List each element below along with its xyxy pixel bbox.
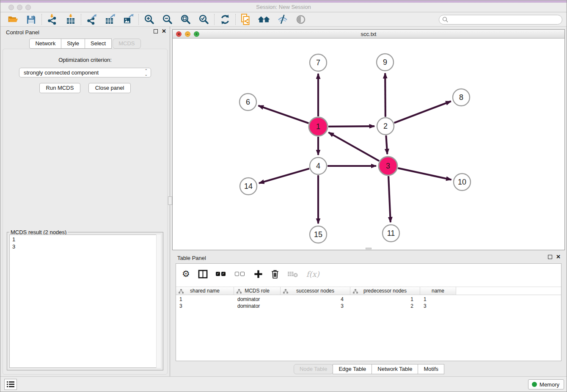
export-table-button[interactable] bbox=[101, 13, 119, 26]
panel-splitter-handle[interactable] bbox=[168, 196, 172, 205]
gear-icon: ⚙ bbox=[182, 269, 190, 279]
column-header-name[interactable]: name bbox=[420, 287, 456, 295]
table-cell: 3 bbox=[281, 303, 350, 309]
mcds-result-scrollbar[interactable] bbox=[156, 235, 161, 368]
save-session-button[interactable] bbox=[22, 13, 40, 26]
graph-node-label: 1 bbox=[316, 122, 320, 131]
table-cell: 3 bbox=[420, 303, 456, 309]
show-all-button[interactable] bbox=[292, 13, 310, 26]
table-cell: 2 bbox=[350, 303, 420, 309]
export-image-button[interactable] bbox=[119, 13, 137, 26]
graph-edge-4-14[interactable] bbox=[259, 168, 309, 183]
home-view-button[interactable] bbox=[255, 13, 273, 26]
graph-edge-3-11[interactable] bbox=[388, 176, 391, 222]
node-table-area: ⚙ ✓✓ bbox=[176, 263, 561, 361]
window-title: Session: New Session bbox=[0, 4, 567, 10]
graph-edge-1-2[interactable] bbox=[328, 126, 374, 127]
mcds-result-group: MCDS result (2 nodes) 1 3 bbox=[7, 232, 163, 370]
refresh-view-button[interactable] bbox=[216, 13, 234, 26]
graph-edge-2-3[interactable] bbox=[386, 135, 387, 154]
toolbar-separator bbox=[138, 14, 139, 25]
column-header-successor-nodes[interactable]: successor nodes bbox=[281, 287, 350, 295]
table-settings-button[interactable]: ⚙ bbox=[182, 269, 190, 279]
close-table-panel-icon[interactable]: ✕ bbox=[556, 255, 561, 259]
graph-node-label: 8 bbox=[459, 93, 463, 102]
table-panel-title: Table Panel bbox=[177, 255, 206, 261]
fx-icon: f(x) bbox=[306, 270, 319, 279]
table-row[interactable]: 3dominator323 bbox=[176, 303, 561, 309]
export-network-button[interactable] bbox=[83, 13, 101, 26]
graph-edge-2-9[interactable] bbox=[385, 73, 385, 117]
zoom-in-icon bbox=[144, 14, 155, 25]
tab-network-table[interactable]: Network Table bbox=[372, 364, 418, 374]
zoom-fit-button[interactable] bbox=[176, 13, 195, 26]
graph-edge-3-10[interactable] bbox=[398, 168, 451, 179]
table-cell: 4 bbox=[281, 296, 350, 303]
table-cell: dominator bbox=[234, 296, 281, 303]
control-panel-tabs: NetworkStyleSelectMCDS bbox=[0, 39, 170, 49]
tab-mcds[interactable]: MCDS bbox=[113, 39, 140, 49]
delete-table-button[interactable] bbox=[287, 270, 298, 278]
list-icon bbox=[7, 381, 14, 387]
toolbar-separator bbox=[41, 14, 42, 25]
column-header-shared-name[interactable]: shared name bbox=[176, 287, 234, 295]
float-panel-icon[interactable] bbox=[154, 29, 158, 33]
select-stepper-icon: ⌃⌄ bbox=[144, 69, 148, 77]
search-input[interactable] bbox=[439, 15, 562, 25]
graph-edge-3-1[interactable] bbox=[328, 133, 379, 161]
column-header-predecessor-nodes[interactable]: predecessor nodes bbox=[350, 287, 420, 295]
function-builder-button[interactable]: f(x) bbox=[306, 270, 319, 279]
delete-column-button[interactable] bbox=[271, 269, 279, 279]
import-network-button[interactable] bbox=[43, 13, 61, 26]
zoom-out-icon bbox=[162, 14, 173, 25]
graph-edge-2-8[interactable] bbox=[394, 101, 451, 123]
network-canvas[interactable]: 7968124314101511 bbox=[173, 39, 564, 250]
network-window-title: scc.txt bbox=[173, 31, 564, 37]
tab-edge-table[interactable]: Edge Table bbox=[333, 364, 372, 374]
table-cell: dominator bbox=[234, 303, 281, 309]
trash-icon bbox=[271, 269, 279, 279]
create-column-button[interactable] bbox=[254, 270, 263, 279]
graph-edge-1-6[interactable] bbox=[259, 106, 309, 124]
zoom-in-button[interactable] bbox=[140, 13, 158, 26]
hide-selected-button[interactable] bbox=[273, 13, 292, 26]
close-panel-button[interactable]: Close panel bbox=[88, 83, 131, 93]
tab-style[interactable]: Style bbox=[61, 39, 85, 49]
open-session-button[interactable] bbox=[4, 13, 22, 26]
checked-box-icon: ✓ bbox=[216, 272, 220, 276]
tab-network[interactable]: Network bbox=[29, 39, 61, 49]
run-mcds-button[interactable]: Run MCDS bbox=[39, 83, 81, 93]
delete-table-icon bbox=[287, 270, 298, 278]
float-table-panel-icon[interactable] bbox=[548, 255, 552, 259]
control-panel-header: Control Panel ✕ bbox=[0, 27, 170, 38]
task-history-button[interactable] bbox=[4, 379, 17, 390]
graph-node-label: 2 bbox=[383, 122, 388, 130]
graph-node-label: 4 bbox=[316, 162, 320, 170]
network-resize-handle[interactable] bbox=[366, 248, 372, 249]
table-cell: 1 bbox=[350, 296, 420, 303]
select-all-columns-button[interactable]: ✓✓ bbox=[216, 272, 227, 276]
create-network-from-file-button[interactable] bbox=[237, 13, 255, 26]
tab-select[interactable]: Select bbox=[85, 39, 112, 49]
mcds-result-text[interactable]: 1 3 bbox=[9, 235, 161, 368]
toolbar-separator bbox=[235, 14, 236, 25]
column-header-MCDS-role[interactable]: MCDS role bbox=[234, 287, 281, 295]
import-table-button[interactable] bbox=[61, 13, 80, 26]
control-panel: Control Panel ✕ NetworkStyleSelectMCDS O… bbox=[0, 27, 170, 377]
tab-motifs[interactable]: Motifs bbox=[418, 364, 444, 374]
tab-node-table[interactable]: Node Table bbox=[294, 364, 333, 374]
import-network-icon bbox=[47, 14, 58, 25]
unselect-all-columns-button[interactable] bbox=[235, 272, 246, 276]
zoom-selected-button[interactable] bbox=[195, 13, 213, 26]
save-icon bbox=[26, 14, 36, 25]
show-columns-button[interactable] bbox=[198, 270, 208, 279]
memory-button[interactable]: Memory bbox=[528, 379, 564, 389]
export-image-icon bbox=[123, 14, 134, 25]
close-panel-icon[interactable]: ✕ bbox=[162, 29, 166, 33]
optimization-criterion-select[interactable]: strongly connected component ⌃⌄ bbox=[19, 68, 151, 77]
memory-status-icon bbox=[532, 382, 537, 387]
hierarchy-icon bbox=[237, 289, 242, 294]
table-row[interactable]: 1dominator411 bbox=[176, 296, 561, 303]
network-document-icon bbox=[240, 14, 252, 25]
zoom-out-button[interactable] bbox=[158, 13, 176, 26]
